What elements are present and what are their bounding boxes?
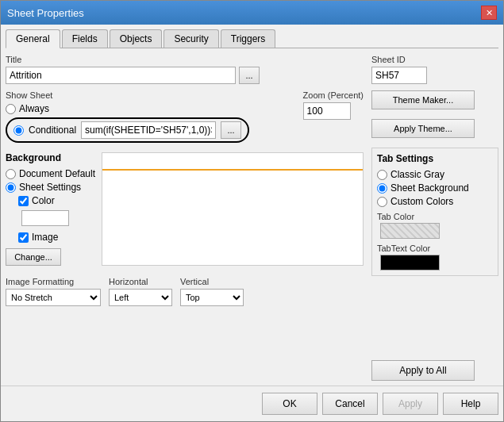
color-checkbox-row: Color (18, 195, 95, 206)
image-formatting-select[interactable]: No Stretch Stretch Fit Crop (6, 289, 101, 306)
classic-gray-label: Classic Gray (391, 169, 444, 180)
vertical-label: Vertical (180, 277, 244, 286)
image-label: Image (32, 232, 58, 243)
conditional-browse-button[interactable]: ... (221, 121, 241, 139)
color-label: Color (32, 195, 55, 206)
title-input[interactable] (6, 67, 236, 84)
conditional-label: Conditional (29, 125, 76, 136)
title-browse-button[interactable]: ... (239, 67, 260, 84)
color-checkbox[interactable] (18, 196, 29, 206)
horizontal-group: Horizontal Left Center Right (109, 277, 172, 306)
title-input-row: ... (6, 67, 260, 84)
conditional-radio[interactable] (13, 125, 24, 136)
custom-colors-row: Custom Colors (377, 196, 493, 207)
title-label: Title (6, 55, 260, 64)
title-bar-controls: ✕ (481, 6, 497, 20)
sheet-properties-window: Sheet Properties ✕ General Fields Object… (0, 0, 504, 422)
right-panel: Sheet ID Theme Maker... Apply Theme... T… (371, 55, 498, 381)
conditional-oval: Conditional ... (6, 117, 249, 143)
preview-line (102, 169, 363, 171)
vertical-select[interactable]: Top Middle Bottom (180, 289, 244, 306)
conditional-input[interactable] (81, 121, 216, 139)
sheet-settings-label: Sheet Settings (19, 182, 81, 193)
tab-triggers[interactable]: Triggers (221, 29, 276, 48)
content-area: General Fields Objects Security Triggers… (1, 25, 503, 386)
bottom-bar: OK Cancel Apply Help (1, 386, 503, 421)
color-swatch[interactable] (21, 210, 69, 226)
tab-settings-section: Tab Settings Classic Gray Sheet Backgrou… (371, 148, 498, 276)
zoom-input[interactable] (303, 102, 351, 120)
tabs-bar: General Fields Objects Security Triggers (6, 29, 498, 48)
close-button[interactable]: ✕ (481, 6, 497, 20)
show-sheet-zoom-row: Show Sheet Always Conditional (6, 90, 364, 143)
formatting-row: Image Formatting No Stretch Stretch Fit … (6, 277, 364, 306)
vertical-group: Vertical Top Middle Bottom (180, 277, 244, 306)
tab-objects[interactable]: Objects (110, 29, 163, 48)
custom-colors-label: Custom Colors (391, 196, 453, 207)
background-title: Background (6, 152, 95, 163)
preview-area (102, 152, 364, 266)
show-sheet-section: Show Sheet Always Conditional (6, 90, 295, 143)
apply-to-all-button[interactable]: Apply to All (371, 360, 475, 381)
custom-colors-radio[interactable] (377, 197, 387, 207)
sheet-id-input[interactable] (371, 67, 427, 84)
title-bar: Sheet Properties ✕ (1, 1, 503, 25)
doc-default-label: Document Default (19, 168, 95, 179)
sheet-background-label: Sheet Background (391, 182, 469, 194)
classic-gray-row: Classic Gray (377, 169, 493, 180)
title-row: Title ... (6, 55, 364, 84)
always-radio-row: Always (6, 103, 295, 114)
change-button[interactable]: Change... (6, 248, 61, 266)
tab-text-color-label: TabText Color (377, 244, 493, 253)
theme-maker-button[interactable]: Theme Maker... (371, 90, 475, 109)
title-field-group: Title ... (6, 55, 260, 84)
tab-fields[interactable]: Fields (62, 29, 108, 48)
image-checkbox-row: Image (18, 232, 95, 243)
classic-gray-radio[interactable] (377, 170, 387, 180)
horizontal-select[interactable]: Left Center Right (109, 289, 172, 306)
sheet-settings-radio[interactable] (6, 182, 16, 193)
apply-theme-button[interactable]: Apply Theme... (371, 119, 475, 138)
background-left: Background Document Default Sheet Settin… (6, 152, 95, 266)
doc-default-row: Document Default (6, 168, 95, 179)
window-title: Sheet Properties (7, 7, 84, 19)
sheet-id-label: Sheet ID (371, 55, 498, 64)
ok-button[interactable]: OK (262, 393, 317, 415)
tab-security[interactable]: Security (164, 29, 218, 48)
show-sheet-label: Show Sheet (6, 90, 295, 100)
horizontal-label: Horizontal (109, 277, 172, 286)
tab-text-color-swatch[interactable] (380, 255, 440, 270)
sheet-background-row: Sheet Background (377, 182, 493, 194)
cancel-button[interactable]: Cancel (322, 393, 378, 415)
tab-color-swatch[interactable] (380, 223, 440, 239)
help-button[interactable]: Help (443, 393, 498, 415)
background-options: Document Default Sheet Settings Color (6, 168, 95, 266)
always-radio[interactable] (6, 104, 16, 114)
background-row: Background Document Default Sheet Settin… (6, 152, 364, 266)
doc-default-radio[interactable] (6, 169, 16, 179)
left-panel: Title ... Show Sheet A (6, 55, 364, 381)
always-label: Always (19, 103, 49, 114)
zoom-section: Zoom (Percent) (303, 90, 364, 120)
show-sheet-radio-group: Always Conditional ... (6, 103, 295, 143)
sheet-id-group: Sheet ID (371, 55, 498, 84)
tab-radio-group: Classic Gray Sheet Background Custom Col… (377, 169, 493, 207)
image-formatting-label: Image Formatting (6, 277, 101, 286)
tab-general[interactable]: General (6, 29, 60, 48)
zoom-label: Zoom (Percent) (303, 90, 364, 100)
conditional-radio-row: Conditional ... (6, 117, 295, 143)
sheet-background-radio[interactable] (377, 183, 387, 194)
image-checkbox[interactable] (18, 232, 29, 243)
apply-button[interactable]: Apply (383, 393, 438, 415)
sheet-settings-row: Sheet Settings (6, 182, 95, 193)
main-content: Title ... Show Sheet A (6, 55, 498, 381)
tab-color-label: Tab Color (377, 212, 493, 221)
tab-settings-title: Tab Settings (377, 153, 493, 164)
image-formatting-group: Image Formatting No Stretch Stretch Fit … (6, 277, 101, 306)
